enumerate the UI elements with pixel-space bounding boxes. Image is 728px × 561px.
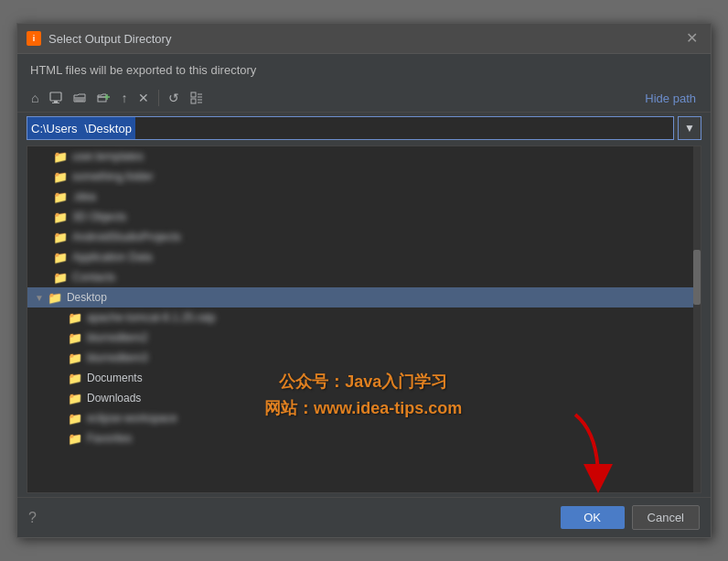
desktop-folder-item[interactable]: ▼ 📁 Desktop [27, 287, 701, 307]
folder-icon: 📁 [68, 351, 82, 365]
folder-icon: 📁 [68, 412, 82, 426]
folder-icon: 📁 [53, 210, 68, 224]
svg-rect-7 [191, 99, 196, 103]
svg-rect-6 [191, 92, 196, 97]
folder-icon: 📁 [53, 190, 68, 204]
dialog-subtitle: HTML files will be exported to this dire… [17, 54, 711, 84]
list-item[interactable]: 📁 3D Objects [27, 207, 701, 227]
folder-icon: 📁 [53, 271, 68, 285]
folder-icon: 📁 [53, 150, 68, 164]
list-item[interactable]: 📁 eclipse-workspace [27, 408, 701, 428]
folder-icon: 📁 [53, 251, 68, 264]
list-item[interactable]: 📁 user.templates [27, 146, 701, 167]
scrollbar-thumb[interactable] [693, 250, 701, 305]
path-right: \Desktop [81, 117, 135, 139]
app-icon: i [27, 31, 41, 46]
close-button[interactable]: ✕ [682, 29, 701, 48]
path-bar: C:\Users \Desktop ▼ [27, 116, 701, 140]
svg-rect-0 [50, 92, 61, 101]
list-item[interactable]: 📁 Contacts [27, 267, 701, 287]
new-folder-button[interactable] [92, 90, 114, 106]
folder-icon: 📁 [68, 432, 82, 446]
refresh-button[interactable]: ↺ [164, 88, 184, 108]
home-button[interactable]: ⌂ [27, 88, 43, 108]
expand-arrow-icon: ▼ [35, 293, 44, 303]
toolbar: ⌂ ↑ ✕ ↺ Hide path [17, 84, 711, 113]
list-item[interactable]: 📁 .idea [27, 187, 701, 207]
path-left: C:\Users [27, 117, 81, 139]
folder-icon: 📁 [68, 331, 82, 345]
list-item[interactable]: 📁 something.folder [27, 167, 701, 187]
folder-icon: 📁 [68, 392, 82, 405]
folder-icon: 📁 [53, 231, 68, 244]
folder-up-button[interactable]: ↑ [116, 88, 132, 108]
title-bar: i Select Output Directory ✕ [17, 24, 711, 54]
path-input[interactable]: C:\Users \Desktop [27, 116, 674, 140]
scrollbar-track[interactable] [693, 146, 701, 492]
file-tree: 📁 user.templates 📁 something.folder 📁 .i… [27, 146, 701, 493]
toolbar-separator [158, 90, 159, 106]
documents-folder-item[interactable]: 📁 Documents [27, 368, 701, 388]
dialog-title: Select Output Directory [48, 32, 171, 46]
path-dropdown-button[interactable]: ▼ [678, 116, 701, 140]
list-item[interactable]: 📁 Favorites [27, 428, 701, 448]
help-button[interactable]: ? [28, 510, 37, 526]
list-item[interactable]: 📁 blurreditem2 [27, 328, 701, 348]
desktop-button[interactable] [45, 89, 67, 107]
desktop-label: Desktop [67, 291, 107, 304]
list-item[interactable]: 📁 apache-tomcat-8.1.25.ratp [27, 307, 701, 328]
ok-button[interactable]: OK [561, 506, 625, 529]
folder-icon: 📁 [48, 291, 62, 305]
hide-path-button[interactable]: Hide path [639, 89, 701, 108]
cancel-button[interactable]: Cancel [632, 505, 700, 530]
folder-icon: 📁 [68, 372, 82, 385]
folder-open-button[interactable] [69, 90, 91, 106]
collapse-button[interactable] [186, 89, 208, 107]
list-item[interactable]: 📁 AndroidStudioProjects [27, 227, 701, 247]
list-item[interactable]: 📁 blurreditem3 [27, 348, 701, 368]
folder-icon: 📁 [68, 311, 82, 325]
svg-rect-1 [54, 101, 58, 102]
downloads-folder-item[interactable]: 📁 Downloads [27, 388, 701, 408]
folder-icon: 📁 [53, 170, 68, 184]
delete-button[interactable]: ✕ [134, 88, 154, 108]
footer: ? OK Cancel [17, 497, 711, 537]
list-item[interactable]: 📁 Application Data [27, 247, 701, 267]
svg-rect-2 [52, 102, 59, 103]
